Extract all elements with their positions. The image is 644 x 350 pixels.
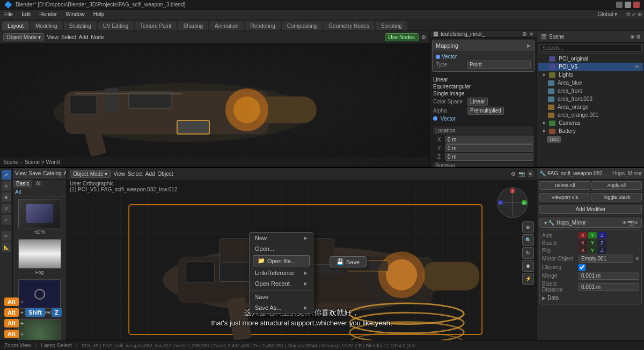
outliner-search[interactable] [539, 44, 642, 52]
tool-scale[interactable]: ⤢ [2, 215, 11, 225]
premultiplied-label[interactable]: Premultiplied [467, 107, 504, 115]
loc-x-val[interactable]: 0 m [445, 136, 533, 144]
ctx-item-recent[interactable]: Open Recent ▶ [250, 278, 313, 289]
tree-item-area-front[interactable]: area_front [538, 87, 643, 95]
clipping-check[interactable] [579, 264, 586, 271]
tree-item-cameras[interactable]: ▼ Cameras [538, 119, 643, 127]
viewport-vis-btn[interactable]: Viewport Vis [539, 193, 590, 202]
tab-animation[interactable]: Animation [209, 21, 244, 31]
loc-y-val[interactable]: 0 m [445, 144, 533, 152]
world-label[interactable]: Scene > World [25, 159, 60, 165]
top-view-menu[interactable]: View [47, 34, 58, 40]
alt-key-4[interactable]: Alt [4, 330, 19, 338]
type-value[interactable]: Point [467, 61, 531, 69]
asset-view-menu[interactable]: View [15, 170, 27, 176]
view-tool-4[interactable]: ◉ [522, 260, 534, 272]
view-tool-3[interactable]: ↻ [522, 247, 534, 259]
lasso-select-label[interactable]: Lasso Select [41, 342, 71, 348]
top-add-menu[interactable]: Add [79, 34, 89, 40]
asset-catalog-menu[interactable]: Catalog [43, 170, 61, 176]
window-controls[interactable] [616, 2, 640, 8]
alt-key-1[interactable]: Alt [4, 297, 19, 306]
bisect-x-btn[interactable]: X [579, 240, 587, 246]
ctx-item-saveas[interactable]: Save As... ▶ [250, 302, 313, 313]
mirror-obj-value[interactable]: Empty.001 [579, 255, 633, 263]
zoom-label[interactable]: Zoom View [4, 342, 31, 348]
tab-texture-paint[interactable]: Texture Paint [135, 21, 177, 31]
flip-y-btn[interactable]: Y [588, 247, 597, 254]
tab-geometry-nodes[interactable]: Geometry Nodes [323, 21, 375, 31]
flip-x-btn[interactable]: X [579, 247, 587, 254]
tree-item-tbd[interactable]: TBD [538, 135, 643, 144]
save-button-floating[interactable]: 💾 Save [330, 256, 367, 267]
tree-item-battery[interactable]: ▼ Battery [538, 127, 643, 135]
asset-item-fog[interactable]: Fog [18, 239, 61, 275]
viewport-top[interactable]: Object Mode ▾ View Select Add Node Use N… [0, 31, 429, 167]
tab-uv-editing[interactable]: UV Editing [98, 21, 134, 31]
menu-window[interactable]: Window [63, 11, 87, 18]
tab-layout[interactable]: Layout [2, 21, 29, 31]
top-select-menu[interactable]: Select [61, 34, 76, 40]
tab-rendering[interactable]: Rendering [245, 21, 281, 31]
view-tool-2[interactable]: 🔍 [522, 234, 534, 246]
tool-select[interactable]: ↗ [2, 170, 11, 180]
asset-item-hdri[interactable]: HDRI [18, 199, 61, 235]
modifier-x-icon[interactable]: ✕ [634, 220, 638, 226]
tree-item-poi-original[interactable]: POI_original [538, 55, 643, 63]
ctx-item-new[interactable]: New ▶ [250, 233, 313, 243]
node-close-icon[interactable]: ✕ [529, 31, 533, 37]
node-settings-icon[interactable]: ⚙ [522, 31, 527, 37]
add-modifier-btn[interactable]: Add Modifier [539, 205, 642, 214]
modifier-expand[interactable]: ▼ [543, 220, 548, 226]
open-file-btn[interactable]: 📁 Open file... [253, 255, 310, 266]
menu-edit[interactable]: Edit [19, 11, 33, 18]
modifier-vis-icon[interactable]: 👁 [622, 220, 627, 226]
apply-all-btn[interactable]: Apply All [591, 181, 642, 190]
data-row[interactable]: ▶ Data [542, 294, 639, 302]
shift-key[interactable]: Shift [25, 308, 45, 317]
bisect-y-btn[interactable]: Y [588, 240, 597, 246]
tab-modeling[interactable]: Modeling [30, 21, 63, 31]
nav-gizmo[interactable]: Z X Y [496, 187, 529, 219]
modifier-render-icon[interactable]: 📷 [627, 220, 634, 226]
bottom-select-menu[interactable]: Select [128, 171, 143, 177]
scene-label[interactable]: Scene [3, 159, 18, 165]
bottom-add-menu[interactable]: Add [145, 171, 155, 177]
tree-item-area-front-003[interactable]: area_front.003 [538, 95, 643, 103]
axis-y-btn[interactable]: Y [588, 232, 597, 239]
tool-measure[interactable]: 📐 [2, 242, 11, 252]
close-btn[interactable] [633, 2, 640, 8]
mesh-vis-icon[interactable]: 👁 [634, 64, 640, 70]
z-key[interactable]: Z [52, 308, 62, 317]
toggle-stack-btn[interactable]: Toggle Stack [591, 193, 642, 202]
alt-key-2[interactable]: Alt [4, 308, 19, 317]
maximize-btn[interactable] [625, 2, 631, 8]
viewport-camera-icon[interactable]: 📷 [518, 171, 525, 177]
tab-sculpting[interactable]: Sculpting [64, 21, 97, 31]
bisect-dist-value[interactable]: 0.001 m [579, 283, 639, 291]
asset-add-menu[interactable]: Save [29, 170, 41, 176]
bottom-object-menu[interactable]: Object [158, 171, 173, 177]
use-nodes-btn[interactable]: Use Nodes [385, 33, 419, 41]
axis-z-btn[interactable]: Z [598, 232, 606, 239]
tool-cursor[interactable]: ✛ [2, 181, 11, 191]
top-options[interactable]: ⚙ [421, 34, 426, 40]
tree-item-area-orange-001[interactable]: area_orange.001 [538, 111, 643, 119]
menu-help[interactable]: Help [91, 11, 107, 18]
viewport-render-mode[interactable]: ● [528, 170, 533, 177]
tree-item-lights[interactable]: ▼ Lights [538, 71, 643, 79]
viewport-options[interactable]: ⚙ [511, 171, 516, 177]
ctx-item-link[interactable]: Link/Reference ▶ [250, 267, 313, 278]
ctx-item-open[interactable]: Open... [250, 243, 313, 254]
ctx-item-save[interactable]: Save [250, 292, 313, 302]
menu-render[interactable]: Render [37, 11, 59, 18]
bottom-view-menu[interactable]: View [113, 171, 125, 177]
tool-move[interactable]: ⊕ [2, 192, 11, 202]
tree-item-area-orange[interactable]: Area_orange [538, 103, 643, 111]
axis-x-btn[interactable]: X [579, 232, 587, 239]
tab-shading[interactable]: Shading [178, 21, 208, 31]
delete-all-btn[interactable]: Delete All [539, 181, 590, 190]
bisect-z-btn[interactable]: Z [598, 240, 606, 246]
viewport-bottom[interactable]: Object Mode ▾ View Select Add Object ⚙ 📷… [67, 168, 537, 340]
view-tool-5[interactable]: ⚡ [522, 273, 534, 285]
